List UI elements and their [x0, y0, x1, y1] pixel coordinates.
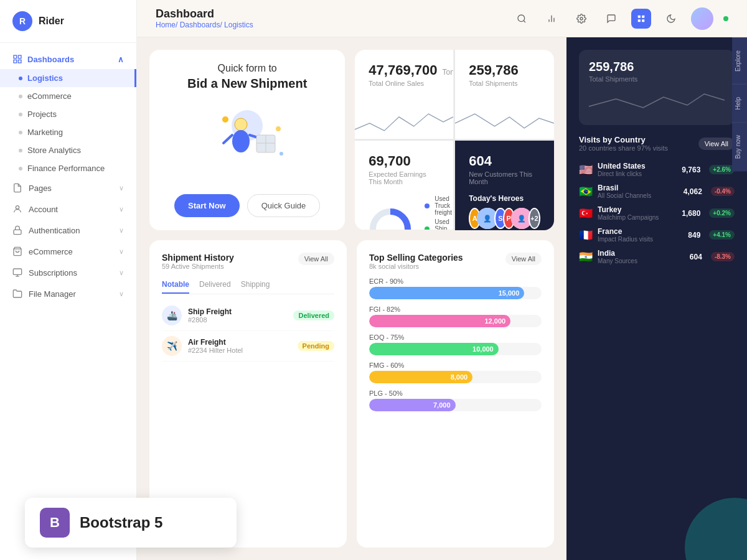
subscriptions-icon [12, 268, 22, 278]
file-manager-section[interactable]: File Manager ∨ [0, 283, 136, 304]
svg-rect-0 [14, 55, 17, 58]
customers-value: 604 [469, 153, 492, 169]
breadcrumb-dashboards[interactable]: Dashboards/ [180, 21, 222, 29]
tab-delivered[interactable]: Delivered [199, 276, 231, 294]
country-change-tr: +0.2% [709, 208, 735, 218]
country-count-us: 9,763 [682, 166, 700, 174]
avatar-image [691, 7, 713, 30]
flag-us: 🇺🇸 [579, 163, 593, 177]
svg-rect-19 [642, 19, 644, 22]
tab-notable[interactable]: Notable [162, 276, 189, 294]
country-item-fr: 🇫🇷 France Impact Radius visits 849 +4.1% [579, 227, 735, 243]
sidebar-item-label: Store Analytics [27, 146, 81, 155]
top-row: Quick form to Bid a New Shipment [137, 37, 566, 230]
theme-toggle[interactable] [661, 9, 681, 29]
donut-chart [369, 207, 412, 231]
svg-line-11 [524, 21, 525, 22]
country-name-in: India [598, 249, 685, 258]
bar-ecr: ECR - 90% 15,000 [369, 278, 542, 299]
truck-dot [425, 203, 430, 208]
main-area: Dashboard Home/ Dashboards/ Logistics [137, 0, 747, 560]
bar-track-eoq: 10,000 [369, 343, 542, 355]
visits-title: Visits by Country [579, 135, 668, 144]
customers-label: New Customers This Month [469, 170, 540, 185]
svg-rect-5 [14, 230, 21, 234]
online-indicator [723, 16, 728, 21]
chevron-down-icon: ∨ [119, 205, 124, 213]
sales-value-row: 47,769,700 Tons [369, 62, 439, 78]
shipment-history-sub: 59 Active Shipments [162, 263, 234, 270]
ship-dot [425, 226, 430, 231]
nav-dot [19, 113, 22, 116]
pages-label: Pages [29, 184, 52, 193]
truck-label: Used Truck freight [435, 195, 452, 216]
circle-decoration [685, 498, 747, 560]
visits-view-all-button[interactable]: View All [698, 138, 735, 150]
buy-now-tab[interactable]: Buy now [732, 122, 747, 171]
shipments-chart [455, 105, 554, 139]
subscriptions-section[interactable]: Subscriptions ∨ [0, 262, 136, 283]
analytics-button[interactable] [542, 9, 561, 29]
sidebar-item-store-analytics[interactable]: Store Analytics [0, 141, 136, 159]
file-manager-icon [12, 289, 22, 299]
help-tab[interactable]: Help [732, 84, 747, 123]
country-item-tr: 🇹🇷 Turkey Mailchimp Campaigns 1,680 +0.2… [579, 205, 735, 221]
tab-shipping[interactable]: Shipping [241, 276, 270, 294]
breadcrumb-current: Logistics [224, 21, 253, 29]
sidebar-item-projects[interactable]: Projects [0, 105, 136, 123]
grid-icon [637, 14, 646, 23]
settings-button[interactable] [571, 9, 591, 29]
sidebar-item-ecommerce[interactable]: eCommerce [0, 87, 136, 105]
sidebar-item-finance-performance[interactable]: Finance Performance [0, 159, 136, 177]
bar-fill-plg: 7,000 [369, 399, 456, 411]
nav-dot [19, 95, 22, 98]
svg-point-22 [232, 130, 250, 152]
pages-section[interactable]: Pages ∨ [0, 177, 136, 198]
ecommerce-section[interactable]: eCommerce ∨ [0, 241, 136, 262]
total-sales-label: Total Online Sales [369, 80, 439, 87]
account-icon [12, 204, 22, 214]
auth-icon [12, 225, 22, 235]
start-now-button[interactable]: Start Now [174, 194, 240, 217]
chevron-down-icon: ∨ [119, 226, 124, 235]
bootstrap-icon: B [40, 508, 70, 538]
hero-buttons: Start Now Quick Guide [174, 194, 320, 217]
quick-guide-button[interactable]: Quick Guide [247, 194, 321, 217]
ecommerce-label: eCommerce [29, 247, 73, 256]
explore-tab[interactable]: Explore [732, 37, 747, 84]
visits-subtitle: 20 countries share 97% visits [579, 144, 668, 152]
country-count-in: 604 [690, 253, 702, 261]
app-name: Rider [39, 16, 64, 27]
sidebar-item-logistics[interactable]: Logistics [0, 69, 136, 87]
shipment-tabs: Notable Delivered Shipping [162, 276, 334, 294]
bar-label-plg: PLG - 50% [369, 390, 542, 397]
shipment-title-group: Shipment History 59 Active Shipments [162, 253, 234, 270]
svg-line-23 [223, 135, 232, 143]
svg-point-15 [580, 17, 583, 20]
user-avatar[interactable] [691, 7, 713, 30]
account-section[interactable]: Account ∨ [0, 198, 136, 220]
authentication-section[interactable]: Authentication ∨ [0, 220, 136, 241]
chat-button[interactable] [601, 9, 621, 29]
flag-br: 🇧🇷 [579, 185, 593, 198]
dashboards-icon [12, 54, 22, 64]
shipment-view-all-button[interactable]: View All [298, 253, 334, 265]
bar-fill-eoq: 10,000 [369, 343, 499, 355]
search-button[interactable] [512, 9, 532, 29]
chevron-down-icon: ∨ [119, 290, 124, 298]
bar-track-fmg: 8,000 [369, 371, 542, 383]
ship-info-1: Ship Freight #2808 [188, 307, 232, 324]
dashboards-section[interactable]: Dashboards ∧ [0, 49, 136, 69]
bar-label-ecr: ECR - 90% [369, 278, 542, 285]
ship-icon-2: ✈️ [162, 336, 182, 356]
sidebar-item-marketing[interactable]: Marketing [0, 123, 136, 141]
selling-view-all-button[interactable]: View All [505, 253, 542, 265]
country-sub-tr: Mailchimp Campaigns [598, 214, 677, 221]
sales-unit: Tons [442, 68, 454, 77]
svg-rect-7 [13, 269, 21, 274]
pages-icon [12, 183, 22, 193]
country-name-tr: Turkey [598, 205, 677, 214]
breadcrumb-home[interactable]: Home/ [156, 21, 177, 29]
grid-button[interactable] [631, 9, 651, 29]
dark-shipments-chart [589, 88, 725, 113]
